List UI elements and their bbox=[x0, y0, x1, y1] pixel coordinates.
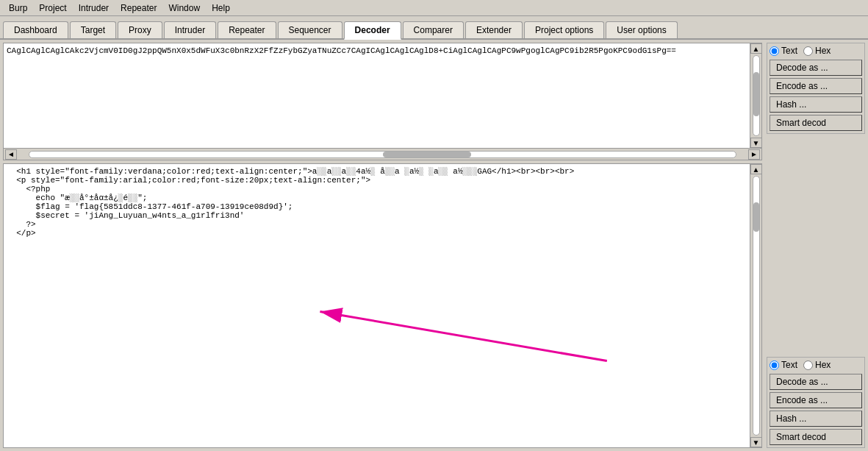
scroll-up-arrow[interactable]: ▲ bbox=[750, 43, 762, 54]
menu-bar: Burp Project Intruder Repeater Window He… bbox=[0, 0, 868, 16]
bottom-right-section: Text Hex Decode as ... Encode as ... Has… bbox=[767, 357, 865, 448]
smart-decode-button-bottom[interactable]: Smart decod bbox=[770, 429, 862, 445]
bottom-vscroll-track[interactable] bbox=[753, 176, 760, 436]
bottom-radio-row: Text Hex bbox=[770, 360, 862, 370]
hex-radio-top[interactable] bbox=[803, 46, 813, 56]
top-panel: CAglCAglCAglCAkc2VjcmV0ID0gJ2ppQW5nX0x5d… bbox=[3, 43, 762, 160]
vscroll-thumb bbox=[753, 72, 759, 116]
decode-as-button-top[interactable]: Decode as ... bbox=[770, 60, 862, 76]
top-panel-input[interactable]: CAglCAglCAglCAkc2VjcmV0ID0gJ2ppQW5nX0x5d… bbox=[4, 43, 750, 148]
tab-extender[interactable]: Extender bbox=[465, 21, 523, 38]
encode-as-button-top[interactable]: Encode as ... bbox=[770, 78, 862, 94]
hex-radio-bottom[interactable] bbox=[803, 361, 813, 370]
top-right-section: Text Hex Decode as ... Encode as ... Has… bbox=[767, 43, 865, 134]
top-panel-hscroll[interactable]: ◄ ► bbox=[4, 148, 761, 160]
text-radio-label-top[interactable]: Text bbox=[770, 46, 797, 56]
code-line-7: </p> bbox=[7, 229, 747, 238]
hash-button-bottom[interactable]: Hash ... bbox=[770, 411, 862, 427]
menu-help[interactable]: Help bbox=[206, 1, 236, 15]
hscroll-thumb bbox=[383, 152, 471, 157]
text-radio-label-bottom[interactable]: Text bbox=[770, 360, 797, 370]
bottom-panel-vscroll[interactable]: ▲ ▼ bbox=[750, 164, 761, 447]
tab-decoder[interactable]: Decoder bbox=[344, 21, 401, 40]
tab-bar: Dashboard Target Proxy Intruder Repeater… bbox=[0, 16, 868, 40]
tab-intruder[interactable]: Intruder bbox=[164, 21, 216, 38]
hash-button-top[interactable]: Hash ... bbox=[770, 96, 862, 113]
content-area: CAglCAglCAglCAkc2VjcmV0ID0gJ2ppQW5nX0x5d… bbox=[0, 40, 765, 451]
menu-intruder[interactable]: Intruder bbox=[73, 1, 115, 15]
tab-proxy[interactable]: Proxy bbox=[118, 21, 162, 38]
tab-dashboard[interactable]: Dashboard bbox=[3, 21, 68, 38]
hex-radio-label-bottom[interactable]: Hex bbox=[803, 360, 831, 370]
vscroll-track[interactable] bbox=[753, 55, 760, 136]
bottom-panel-content[interactable]: <h1 style="font-family:verdana;color:red… bbox=[4, 164, 750, 447]
bottom-scroll-up[interactable]: ▲ bbox=[750, 164, 762, 174]
tab-target[interactable]: Target bbox=[70, 21, 116, 38]
tab-user-options[interactable]: User options bbox=[606, 21, 677, 38]
tab-project-options[interactable]: Project options bbox=[524, 21, 604, 38]
menu-project[interactable]: Project bbox=[33, 1, 72, 15]
tab-sequencer[interactable]: Sequencer bbox=[278, 21, 342, 38]
bottom-panel: <h1 style="font-family:verdana;color:red… bbox=[3, 163, 762, 448]
right-spacer bbox=[767, 137, 865, 354]
code-line-1: <h1 style="font-family:verdana;color:red… bbox=[7, 167, 747, 176]
code-line-secret: $secret = 'jiAng_Luyuan_w4nts_a_g1rlfri3… bbox=[7, 211, 747, 220]
code-line-6: ?> bbox=[7, 220, 747, 229]
menu-burp[interactable]: Burp bbox=[3, 1, 33, 15]
encode-as-button-bottom[interactable]: Encode as ... bbox=[770, 392, 862, 408]
right-panel: Text Hex Decode as ... Encode as ... Has… bbox=[765, 40, 868, 451]
hex-radio-label-top[interactable]: Hex bbox=[803, 46, 831, 56]
top-radio-row: Text Hex bbox=[770, 46, 862, 56]
scroll-down-arrow[interactable]: ▼ bbox=[750, 138, 762, 148]
bottom-scroll-down[interactable]: ▼ bbox=[750, 437, 762, 447]
top-panel-vscroll[interactable]: ▲ ▼ bbox=[750, 43, 761, 148]
bottom-vscroll-thumb bbox=[753, 202, 759, 232]
text-radio-top[interactable] bbox=[770, 46, 779, 56]
decode-as-button-bottom[interactable]: Decode as ... bbox=[770, 374, 862, 390]
hscroll-track[interactable] bbox=[29, 151, 736, 158]
smart-decode-button-top[interactable]: Smart decod bbox=[770, 115, 862, 131]
code-line-2: <p style="font-family:arial;color:red;fo… bbox=[7, 176, 747, 185]
main-area: CAglCAglCAglCAkc2VjcmV0ID0gJ2ppQW5nX0x5d… bbox=[0, 40, 868, 451]
scroll-left-arrow[interactable]: ◄ bbox=[5, 149, 17, 160]
tab-repeater[interactable]: Repeater bbox=[218, 21, 276, 38]
tab-comparer[interactable]: Comparer bbox=[403, 21, 464, 38]
code-line-flag: $flag = 'flag{5851ddc8-1377-461f-a709-13… bbox=[7, 202, 747, 211]
text-radio-bottom[interactable] bbox=[770, 361, 779, 370]
code-line-3: <?php bbox=[7, 185, 747, 193]
menu-repeater[interactable]: Repeater bbox=[115, 1, 162, 15]
scroll-right-arrow[interactable]: ► bbox=[748, 149, 760, 160]
menu-window[interactable]: Window bbox=[162, 1, 206, 15]
code-line-4: echo "æ░░å°±åα±å¿░é░░"; bbox=[7, 193, 747, 202]
